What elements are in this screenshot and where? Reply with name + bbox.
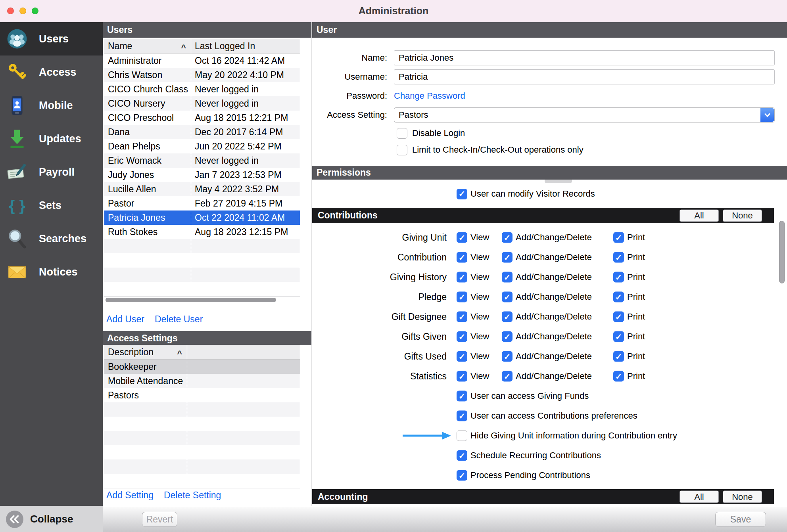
- empty-cell: [104, 417, 187, 431]
- contributions-none-button[interactable]: None: [723, 209, 762, 222]
- add-change-delete-checkbox[interactable]: [502, 232, 513, 243]
- user-name-cell: CICO Preschool: [104, 111, 191, 125]
- access-setting-row[interactable]: Pastors: [104, 388, 300, 402]
- view-checkbox[interactable]: [457, 232, 467, 243]
- print-checkbox[interactable]: [613, 312, 624, 322]
- add-change-delete-checkbox[interactable]: [502, 292, 513, 302]
- print-checkbox[interactable]: [613, 272, 624, 283]
- vertical-scrollbar-thumb[interactable]: [779, 221, 785, 283]
- titlebar: Administration: [0, 0, 787, 22]
- close-button[interactable]: [7, 8, 14, 14]
- view-checkbox[interactable]: [457, 272, 467, 283]
- add-change-delete-checkbox[interactable]: [502, 351, 513, 362]
- add-change-delete-label: Add/Change/Delete: [516, 331, 592, 342]
- user-row[interactable]: AdministratorOct 16 2024 11:42 AM: [104, 54, 300, 68]
- access-setting-row[interactable]: Mobile Attendance: [104, 374, 300, 388]
- column-header-name[interactable]: Name ^: [104, 39, 191, 53]
- print-checkbox[interactable]: [613, 232, 624, 243]
- access-setting-dropdown[interactable]: Pastors: [394, 107, 775, 122]
- envelope-icon: [6, 261, 28, 283]
- view-label: View: [470, 272, 489, 282]
- collapse-button[interactable]: Collapse: [0, 506, 103, 532]
- user-row[interactable]: Patricia JonesOct 22 2024 11:02 AM: [104, 211, 300, 225]
- option-checkbox[interactable]: [457, 450, 467, 461]
- column-header-last-logged-in[interactable]: Last Logged In: [191, 39, 300, 53]
- zoom-button[interactable]: [32, 8, 38, 14]
- empty-row: [104, 239, 300, 253]
- view-checkbox[interactable]: [457, 351, 467, 362]
- limit-checkinout-option: Limit to Check-In/Check-Out operations o…: [397, 144, 584, 155]
- permissions-title: Permissions: [317, 167, 371, 178]
- option-checkbox[interactable]: [457, 391, 467, 402]
- accounting-all-button[interactable]: All: [680, 491, 719, 503]
- user-last-login-cell: Aug 18 2015 12:21 PM: [191, 111, 300, 125]
- users-table-body: AdministratorOct 16 2024 11:42 AMChris W…: [104, 54, 300, 296]
- add-change-delete-checkbox[interactable]: [502, 312, 513, 322]
- option-checkbox[interactable]: [457, 411, 467, 421]
- view-checkbox[interactable]: [457, 371, 467, 382]
- print-checkbox[interactable]: [613, 331, 624, 342]
- sidebar-item-mobile[interactable]: Mobile: [0, 89, 103, 122]
- user-row[interactable]: Eric WomackNever logged in: [104, 153, 300, 168]
- add-setting-link[interactable]: Add Setting: [106, 490, 154, 501]
- sidebar-item-label: Users: [39, 33, 69, 45]
- user-row[interactable]: PastorFeb 27 2019 4:15 PM: [104, 196, 300, 211]
- user-name-cell: Ruth Stokes: [104, 225, 191, 239]
- user-row[interactable]: Ruth StokesAug 18 2023 12:15 PM: [104, 225, 300, 239]
- user-name-cell: CICO Church Class: [104, 82, 191, 96]
- change-password-link[interactable]: Change Password: [394, 91, 465, 101]
- revert-button[interactable]: Revert: [142, 512, 177, 527]
- password-label: Password:: [312, 91, 387, 101]
- view-checkbox[interactable]: [457, 312, 467, 322]
- add-user-link[interactable]: Add User: [106, 314, 144, 325]
- view-checkbox[interactable]: [457, 292, 467, 302]
- disable-login-checkbox[interactable]: [397, 128, 407, 139]
- limit-checkinout-checkbox[interactable]: [397, 145, 407, 155]
- contributions-title: Contributions: [318, 210, 378, 221]
- delete-user-link[interactable]: Delete User: [155, 314, 203, 325]
- view-checkbox[interactable]: [457, 331, 467, 342]
- permission-row: Gift DesigneeViewAdd/Change/DeletePrint: [312, 307, 774, 327]
- minimize-button[interactable]: [19, 8, 26, 14]
- user-last-login-cell: May 20 2022 4:10 PM: [191, 68, 300, 82]
- add-change-delete-checkbox[interactable]: [502, 371, 513, 382]
- print-checkbox[interactable]: [613, 371, 624, 382]
- view-checkbox[interactable]: [457, 252, 467, 263]
- save-button[interactable]: Save: [715, 512, 766, 527]
- delete-setting-link[interactable]: Delete Setting: [164, 490, 221, 501]
- sidebar-item-access[interactable]: Access: [0, 55, 103, 89]
- user-row[interactable]: CICO Church ClassNever logged in: [104, 82, 300, 96]
- sidebar-item-searches[interactable]: Searches: [0, 222, 103, 255]
- user-row[interactable]: CICO NurseryNever logged in: [104, 96, 300, 111]
- print-checkbox[interactable]: [613, 292, 624, 302]
- scrollbar-thumb[interactable]: [106, 298, 276, 302]
- sidebar-item-sets[interactable]: { } Sets: [0, 189, 103, 222]
- column-header-description[interactable]: Description ^: [104, 345, 187, 359]
- user-row[interactable]: Judy JonesJan 7 2023 12:53 PM: [104, 168, 300, 182]
- option-checkbox[interactable]: [457, 470, 467, 481]
- print-checkbox[interactable]: [613, 252, 624, 263]
- users-horizontal-scrollbar[interactable]: [104, 297, 300, 302]
- option-checkbox[interactable]: [457, 431, 467, 441]
- sidebar-item-payroll[interactable]: Payroll: [0, 155, 103, 189]
- add-change-delete-checkbox[interactable]: [502, 252, 513, 263]
- contributions-all-button[interactable]: All: [680, 209, 719, 222]
- sidebar-item-users[interactable]: Users: [0, 22, 103, 55]
- user-last-login-cell: Jun 20 2022 5:42 PM: [191, 139, 300, 153]
- print-checkbox[interactable]: [613, 351, 624, 362]
- name-input[interactable]: [394, 50, 775, 65]
- user-row[interactable]: Dean PhelpsJun 20 2022 5:42 PM: [104, 139, 300, 153]
- sidebar-item-notices[interactable]: Notices: [0, 255, 103, 289]
- visitor-records-checkbox[interactable]: [457, 189, 467, 199]
- access-setting-row[interactable]: Bookkeeper: [104, 360, 300, 374]
- user-row[interactable]: Chris WatsonMay 20 2022 4:10 PM: [104, 68, 300, 82]
- sidebar-item-updates[interactable]: Updates: [0, 122, 103, 155]
- add-change-delete-checkbox[interactable]: [502, 272, 513, 283]
- option-label: Process Pending Contributions: [470, 470, 590, 480]
- user-row[interactable]: Lucille AllenMay 4 2022 3:52 PM: [104, 182, 300, 196]
- user-row[interactable]: CICO PreschoolAug 18 2015 12:21 PM: [104, 111, 300, 125]
- add-change-delete-checkbox[interactable]: [502, 331, 513, 342]
- username-input[interactable]: [394, 69, 775, 84]
- accounting-none-button[interactable]: None: [723, 491, 762, 503]
- user-row[interactable]: DanaDec 20 2017 6:14 PM: [104, 125, 300, 139]
